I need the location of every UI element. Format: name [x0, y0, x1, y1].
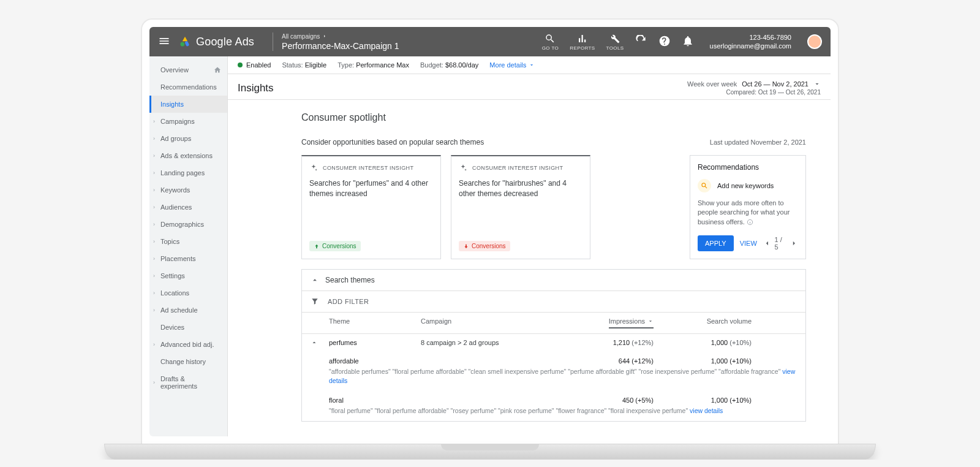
chevron-right-icon[interactable]	[790, 239, 798, 248]
goto-icon[interactable]: GO TO	[542, 33, 559, 51]
avatar[interactable]	[807, 34, 822, 49]
spotlight-subhead: Consider opportunities based on popular …	[301, 138, 484, 146]
search-themes-panel: Search themes ADD FILTER Theme Campaign …	[301, 269, 806, 422]
filter-icon[interactable]	[311, 297, 319, 306]
sidebar-item-recommendations[interactable]: Recommendations	[149, 78, 227, 96]
arrow-down-icon	[463, 243, 469, 249]
sparkle-icon	[309, 164, 318, 172]
chevron-down-icon	[813, 80, 821, 88]
table-subrow[interactable]: affordable 644 (+12%) 1,000 (+10%)	[302, 352, 805, 365]
user-info[interactable]: 123-456-7890 userloginname@gmail.com	[710, 34, 791, 50]
recommendations-title: Recommendations	[698, 163, 798, 172]
status-eligible: Status: Eligible	[282, 61, 326, 69]
more-details-link[interactable]: More details	[489, 61, 535, 69]
sidebar-item-adgroups[interactable]: ›Ad groups	[149, 130, 227, 147]
col-impressions[interactable]: Impressions	[609, 317, 654, 328]
reports-icon[interactable]: REPORTS	[570, 33, 595, 51]
svg-point-2	[702, 183, 706, 187]
status-type: Type: Performance Max	[337, 61, 409, 69]
col-theme[interactable]: Theme	[329, 317, 421, 328]
date-range-picker[interactable]: Week over week Oct 26 — Nov 2, 2021 Comp…	[687, 80, 821, 96]
collapse-icon[interactable]	[311, 339, 329, 347]
sidebar-item-adschedule[interactable]: ›Ad schedule	[149, 302, 227, 319]
sidebar-item-insights[interactable]: Insights	[149, 96, 227, 113]
view-details-link[interactable]: view details	[690, 407, 723, 414]
table-row[interactable]: perfumes 8 campaign > 2 ad groups 1,210 …	[302, 334, 805, 352]
table-subrow[interactable]: floral 450 (+5%) 1,000 (+10%)	[302, 392, 805, 404]
table-subrow-details: "affordable perfumes" "floral perfume af…	[302, 365, 805, 391]
add-filter-button[interactable]: ADD FILTER	[328, 298, 369, 305]
info-icon[interactable]	[747, 219, 753, 226]
sidebar-item-drafts[interactable]: ›Drafts & experiments	[149, 370, 227, 395]
sidebar-item-demographics[interactable]: ›Demographics	[149, 216, 227, 233]
sidebar-item-placements[interactable]: ›Placements	[149, 250, 227, 267]
user-phone: 123-456-7890	[749, 34, 791, 41]
badge-conversions-down: Conversions	[459, 241, 510, 251]
chevron-left-icon[interactable]	[763, 239, 771, 248]
recommendations-pager: 1 / 5	[763, 236, 798, 251]
recommendations-card: Recommendations Add new keywords Show yo…	[690, 155, 806, 259]
date-range-value: Oct 26 — Nov 2, 2021	[742, 80, 809, 88]
tools-icon[interactable]: TOOLS	[606, 33, 624, 51]
sidebar-item-keywords[interactable]: ›Keywords	[149, 181, 227, 199]
page-title: Insights	[238, 82, 274, 94]
spotlight-title: Consumer spotlight	[301, 112, 806, 123]
sidebar-item-topics[interactable]: ›Topics	[149, 233, 227, 250]
rec-item-title: Add new keywords	[717, 182, 774, 189]
user-email: userloginname@gmail.com	[710, 42, 791, 50]
breadcrumb-root[interactable]: All campaigns	[282, 33, 320, 40]
arrow-up-icon	[314, 243, 320, 249]
sidebar-item-landingpages[interactable]: ›Landing pages	[149, 164, 227, 181]
sidebar: Overview Recommendations Insights ›Campa…	[149, 56, 228, 436]
sidebar-item-campaigns[interactable]: ›Campaigns	[149, 113, 227, 130]
sidebar-item-devices[interactable]: Devices	[149, 319, 227, 336]
search-themes-toggle[interactable]: Search themes	[302, 270, 805, 291]
sidebar-item-overview[interactable]: Overview	[149, 61, 227, 78]
sidebar-item-locations[interactable]: ›Locations	[149, 284, 227, 302]
help-icon[interactable]	[658, 35, 671, 49]
rec-item-desc: Show your ads more often to people searc…	[698, 199, 798, 227]
col-campaign[interactable]: Campaign	[421, 317, 574, 328]
app-logo[interactable]: Google Ads	[179, 36, 254, 48]
svg-point-0	[181, 42, 185, 47]
refresh-icon[interactable]	[635, 35, 647, 49]
last-updated: Last updated November 2, 2021	[710, 139, 806, 146]
insight-card-decrease[interactable]: CONSUMER INTEREST INSIGHT Searches for "…	[451, 155, 590, 259]
insight-card-increase[interactable]: CONSUMER INTEREST INSIGHT Searches for "…	[301, 155, 441, 259]
sidebar-item-settings[interactable]: ›Settings	[149, 267, 227, 284]
keyword-icon	[698, 179, 711, 192]
notifications-icon[interactable]	[682, 35, 694, 49]
sidebar-item-audiences[interactable]: ›Audiences	[149, 199, 227, 216]
col-volume[interactable]: Search volume	[707, 317, 752, 328]
apply-button[interactable]: APPLY	[698, 235, 734, 251]
sidebar-item-advbidadj[interactable]: ›Advanced bid adj.	[149, 336, 227, 353]
table-subrow-details: "floral perfume" "floral perfume afforda…	[302, 404, 805, 422]
sidebar-item-changehistory[interactable]: Change history	[149, 353, 227, 370]
app-topbar: Google Ads All campaigns Performance-Max…	[149, 27, 831, 56]
sparkle-icon	[459, 164, 467, 172]
themes-table-header: Theme Campaign Impressions Search volume	[302, 313, 805, 334]
sidebar-item-ads-ext[interactable]: ›Ads & extensions	[149, 147, 227, 164]
breadcrumb[interactable]: All campaigns Performance-Max-Campaign 1	[282, 33, 399, 51]
breadcrumb-current: Performance-Max-Campaign 1	[282, 41, 399, 51]
status-enabled: Enabled	[238, 61, 271, 69]
badge-conversions-up: Conversions	[309, 241, 361, 251]
laptop-frame-base	[104, 444, 876, 460]
app-name: Google Ads	[196, 36, 254, 48]
view-button[interactable]: VIEW	[740, 240, 757, 247]
svg-rect-1	[184, 41, 189, 47]
menu-icon[interactable]	[158, 35, 170, 49]
campaign-status-bar: Enabled Status: Eligible Type: Performan…	[228, 56, 831, 74]
sort-desc-icon	[647, 318, 654, 324]
status-budget: Budget: $68.00/day	[420, 61, 478, 69]
chevron-up-icon	[311, 276, 319, 284]
